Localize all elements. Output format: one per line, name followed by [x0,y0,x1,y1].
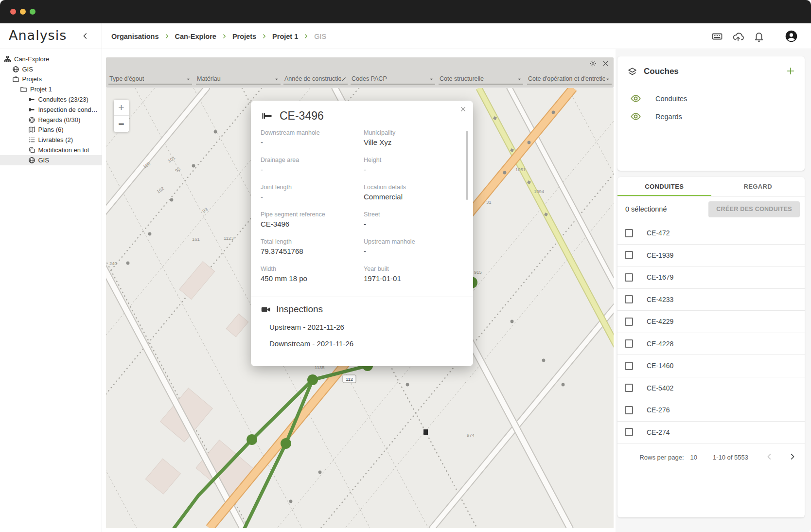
sidebar-item-plans-6[interactable]: Plans (6) [0,125,102,135]
layers-title: Couches [644,67,779,76]
row-checkbox[interactable] [625,384,633,392]
globe-icon [28,157,35,164]
rows-per-page-select[interactable]: 10 [690,454,699,461]
dropdown-arrow-icon [516,76,522,82]
pipe-icon [261,109,274,123]
hierarchy-icon [4,55,11,63]
map-zoom-control: + − [114,100,129,132]
popup-field-width: Width450 mm 18 po [261,266,364,293]
zoom-in-button[interactable]: + [114,100,129,116]
conduite-row-ce-276[interactable]: CE-276 [617,399,805,422]
create-conduites-button[interactable]: CRÉER DES CONDUITES [708,201,800,217]
map-canvas[interactable]: 112 101160931629324016111231135915105110… [106,88,614,528]
filter-settings-button[interactable] [588,60,597,69]
conduite-row-ce-4229[interactable]: CE-4229 [617,311,805,333]
breadcrumb-item-can-explore[interactable]: Can-Explore [175,33,216,40]
close-window-button[interactable] [10,9,16,15]
visibility-eye-icon[interactable] [630,93,641,105]
conduite-row-ce-4228[interactable]: CE-4228 [617,333,805,355]
row-checkbox[interactable] [625,318,633,326]
popup-field-drainage-area: Drainage area- [261,157,364,184]
sidebar-item-projets[interactable]: Projets [0,74,102,85]
sidebar-item-regards-0-30[interactable]: Regards (0/30) [0,115,102,125]
sidebar-item-projet-1[interactable]: Projet 1 [0,84,102,94]
inspection-link[interactable]: Downstream - 2021-11-26 [269,339,463,348]
filter-cote-d-op-ration-et-d-entretien[interactable]: Cote d'opération et d'entretien [527,72,612,85]
notifications-icon [753,31,765,42]
row-checkbox[interactable] [625,229,633,237]
conduite-id: CE-4228 [647,340,673,348]
sidebar-collapse-button[interactable] [79,30,91,43]
folder-icon [20,86,27,93]
keyboard-button[interactable] [711,31,723,42]
account-button[interactable] [785,30,798,43]
cloud-upload-icon [732,31,744,42]
list-icon [28,136,35,143]
video-camera-icon [261,304,271,315]
breadcrumb-item-projet-1[interactable]: Projet 1 [272,33,298,40]
tab-conduites[interactable]: CONDUITES [617,177,711,196]
sidebar-item-livrables-2[interactable]: Livrables (2) [0,135,102,145]
chevron-right-icon [221,33,228,39]
breadcrumb-item-projets[interactable]: Projets [232,33,256,40]
sidebar-item-conduites-23-23[interactable]: Conduites (23/23) [0,94,102,105]
conduite-row-ce-1460[interactable]: CE-1460 [617,355,805,377]
row-checkbox[interactable] [625,295,633,303]
fullscreen-window-button[interactable] [30,9,35,15]
svg-text:161: 161 [192,236,200,242]
visibility-eye-icon[interactable] [630,111,641,123]
svg-text:1123: 1123 [224,235,233,241]
popup-field-downstream-manhole: Downstream manhole- [261,129,364,157]
sidebar-item-inspection-de-cond[interactable]: Inspection de cond… [0,105,102,115]
filter-close-button[interactable] [601,60,610,69]
conduite-row-ce-4233[interactable]: CE-4233 [617,289,805,311]
row-checkbox[interactable] [625,273,633,282]
row-checkbox[interactable] [625,339,633,348]
conduite-row-ce-1939[interactable]: CE-1939 [617,245,805,267]
breadcrumb-item-organisations[interactable]: Organisations [111,33,159,40]
svg-text:974: 974 [467,432,475,438]
popup-close-icon[interactable] [458,106,467,114]
row-checkbox[interactable] [625,428,633,436]
minimize-window-button[interactable] [20,9,26,15]
notifications-button[interactable] [753,31,765,42]
conduite-row-ce-5402[interactable]: CE-5402 [617,377,805,400]
filter-codes-pacp[interactable]: Codes PACP [351,72,435,85]
tab-regard[interactable]: REGARD [711,177,805,196]
cloud-upload-button[interactable] [732,31,744,42]
active-tab-underline [617,195,711,196]
popup-scrollbar[interactable] [466,131,468,200]
conduite-row-ce-274[interactable]: CE-274 [617,422,805,444]
conduite-row-ce-1679[interactable]: CE-1679 [617,266,805,289]
filter-type-d-gout[interactable]: Type d'égout [108,72,192,85]
manhole-icon [28,116,35,124]
sidebar-item-label: Inspection de cond… [38,106,98,113]
previous-page-button[interactable] [764,452,775,462]
row-checkbox[interactable] [625,362,633,370]
row-checkbox[interactable] [625,406,633,414]
sidebar-item-label: Plans (6) [38,126,64,133]
next-page-button[interactable] [787,452,798,462]
breadcrumb: OrganisationsCan-ExploreProjetsProjet 1G… [111,23,326,49]
conduite-row-ce-472[interactable]: CE-472 [617,222,805,245]
sidebar-item-modification-en-lot[interactable]: Modification en lot [0,145,102,155]
layer-label: Conduites [655,95,687,103]
conduite-id: CE-1679 [647,273,673,281]
conduite-id: CE-276 [647,406,670,414]
sidebar-item-can-explore[interactable]: Can-Explore [0,54,102,64]
layers-icon [627,67,637,77]
filter-mat-riau[interactable]: Matériau [196,72,281,85]
sidebar-item-label: Projets [22,75,42,83]
sidebar-item-gis[interactable]: GIS [0,155,102,165]
filter-ann-e-de-construction[interactable]: Année de construction [283,72,348,85]
row-checkbox[interactable] [625,251,633,259]
pipe-icon [28,106,35,113]
popup-fields: Downstream manhole-MunicipalityVille Xyz… [251,124,473,293]
filter-cote-structurelle[interactable]: Cote structurelle [439,72,523,85]
zoom-out-button[interactable]: − [114,116,129,132]
sidebar-item-label: Can-Explore [14,55,49,63]
sidebar-item-gis[interactable]: GIS [0,64,102,74]
add-layer-button[interactable] [785,66,796,77]
inspection-link[interactable]: Upstream - 2021-11-26 [269,323,463,331]
pipe-icon [28,96,35,103]
